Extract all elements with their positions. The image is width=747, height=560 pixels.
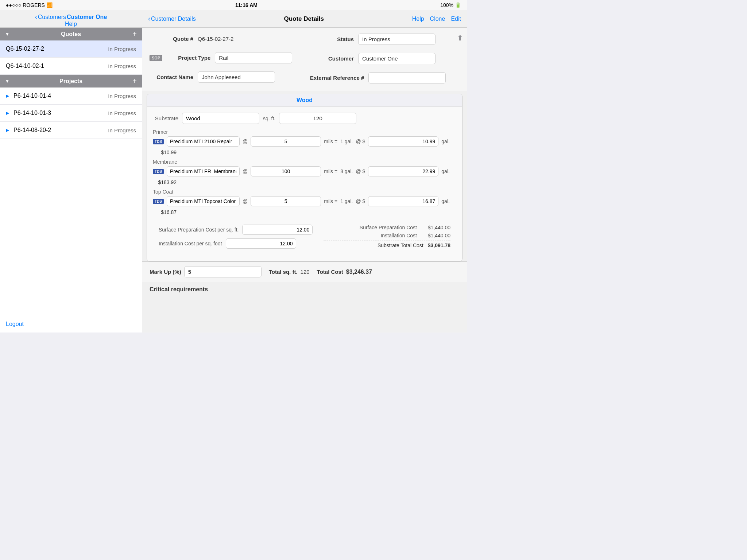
project-type-row: SOP Project Type	[150, 52, 299, 63]
share-icon[interactable]: ⬆	[457, 34, 463, 42]
customer-row: Customer	[310, 53, 460, 64]
right-help-button[interactable]: Help	[412, 16, 424, 22]
status-bar: ●●○○○ ROGERS 📶 11:16 AM 100% 🔋	[0, 0, 467, 10]
cost-divider	[324, 241, 450, 241]
projects-triangle-icon: ▼	[5, 79, 9, 84]
customer-details-back-button[interactable]: ‹ Customer Details	[148, 15, 196, 23]
surface-prep-total-row: Surface Preparation Cost $1,440.00	[324, 225, 450, 230]
primer-mils-unit: mils =	[324, 139, 337, 144]
topcoat-tds-badge[interactable]: TDS	[153, 199, 164, 204]
topcoat-ats-label: @ $	[356, 198, 365, 204]
contact-name-input[interactable]	[198, 71, 275, 83]
sop-badge: SOP	[150, 55, 162, 61]
battery-icon: 🔋	[455, 2, 461, 8]
left-help-button[interactable]: Help	[65, 21, 77, 27]
install-cost-input[interactable]	[226, 238, 296, 249]
customer-input[interactable]	[358, 53, 436, 64]
add-project-button[interactable]: +	[132, 77, 137, 85]
quote-num-label: Quote #	[150, 36, 193, 42]
total-sqft-value: 120	[301, 269, 310, 275]
quote-status-1: In Progress	[108, 63, 136, 69]
topcoat-mils-unit: mils =	[324, 198, 337, 204]
quote-item-0[interactable]: Q6-15-02-27-2 In Progress	[0, 40, 142, 58]
quote-status-0: In Progress	[108, 46, 136, 52]
topcoat-price-input[interactable]	[368, 196, 438, 206]
quote-num-row: Quote # Q6-15-02-27-2	[150, 34, 299, 44]
wood-content: Substrate sq. ft. Primer TDS @ mils = 1 …	[147, 107, 462, 261]
quote-form: Quote # Q6-15-02-27-2 SOP Project Type C…	[142, 28, 467, 91]
critical-section: Critical requirements	[142, 282, 467, 297]
substrate-total-label: Substrate Total Cost	[378, 242, 423, 248]
substrate-label: Substrate	[153, 115, 178, 121]
primer-tds-badge[interactable]: TDS	[153, 139, 164, 144]
primer-total: $10.99	[153, 149, 177, 155]
topcoat-gal-text: 1 gal.	[340, 198, 353, 204]
left-nav-bar: ‹ Customers Customer One Help	[0, 10, 142, 28]
project-item-1[interactable]: ▶ P6-14-10-01-3 In Progress	[0, 105, 142, 122]
topcoat-at-sign: @	[243, 198, 248, 204]
customer-details-back-label[interactable]: Customer Details	[151, 16, 196, 22]
ext-ref-input[interactable]	[368, 72, 446, 83]
sqft-input[interactable]	[279, 113, 356, 124]
quotes-triangle-icon: ▼	[5, 32, 9, 37]
carrier-text: ●●○○○ ROGERS	[6, 2, 45, 8]
substrate-container: Wood Substrate sq. ft. Primer TDS @ m	[147, 94, 462, 261]
topcoat-row: TDS @ mils = 1 gal. @ $ gal. $16.87	[153, 196, 456, 215]
membrane-tds-badge[interactable]: TDS	[153, 169, 164, 174]
quote-id-0: Q6-15-02-27-2	[6, 46, 44, 52]
project-play-icon-1: ▶	[6, 110, 9, 116]
sqft-unit-label: sq. ft.	[263, 116, 275, 121]
right-panel: ‹ Customer Details Quote Details Help Cl…	[142, 10, 467, 332]
edit-button[interactable]: Edit	[451, 16, 461, 22]
app-body: ‹ Customers Customer One Help ▼ Quotes +…	[0, 10, 467, 332]
primer-product-input[interactable]	[167, 136, 240, 147]
status-input[interactable]	[358, 34, 436, 45]
topcoat-product-input[interactable]	[167, 196, 240, 206]
cost-right: Surface Preparation Cost $1,440.00 Insta…	[324, 225, 450, 250]
total-cost-value: $3,246.37	[346, 269, 372, 275]
topcoat-label: Top Coat	[153, 189, 456, 195]
logout-button[interactable]: Logout	[0, 316, 142, 332]
primer-label: Primer	[153, 129, 456, 135]
status-time: 11:16 AM	[235, 2, 258, 8]
primer-mils-input[interactable]	[251, 136, 321, 147]
membrane-product-input[interactable]	[167, 166, 240, 176]
surface-prep-total-val: $1,440.00	[421, 225, 450, 230]
projects-section-label: Projects	[59, 78, 82, 85]
customer-name-nav: Customer One	[67, 14, 107, 20]
topcoat-mils-input[interactable]	[251, 196, 321, 206]
surface-prep-cost-label: Surface Preparation Cost per sq. ft.	[159, 227, 239, 233]
project-type-input[interactable]	[215, 52, 292, 63]
add-quote-button[interactable]: +	[132, 30, 137, 38]
project-id-1: P6-14-10-01-3	[13, 110, 51, 116]
customers-back-button[interactable]: ‹ Customers Customer One	[35, 13, 107, 21]
quote-item-1[interactable]: Q6-14-10-02-1 In Progress	[0, 58, 142, 75]
membrane-total: $183.92	[153, 179, 177, 185]
markup-input[interactable]	[184, 266, 262, 277]
surface-prep-cost-row: Surface Preparation Cost per sq. ft.	[159, 225, 313, 235]
project-item-0[interactable]: ▶ P6-14-10-01-4 In Progress	[0, 88, 142, 105]
projects-section-header: ▼ Projects +	[0, 75, 142, 88]
bottom-bar: Mark Up (%) Total sq. ft. 120 Total Cost…	[142, 261, 467, 282]
project-item-2[interactable]: ▶ P6-14-08-20-2 In Progress	[0, 122, 142, 139]
project-play-icon-0: ▶	[6, 93, 9, 98]
customers-back-label[interactable]: Customers	[38, 14, 66, 20]
install-cost-row: Installation Cost per sq. foot	[159, 238, 313, 249]
primer-price-input[interactable]	[368, 136, 438, 147]
critical-label: Critical requirements	[150, 286, 208, 292]
substrate-input[interactable]	[182, 113, 259, 124]
project-status-2: In Progress	[108, 127, 136, 133]
ext-ref-label: External Reference #	[310, 75, 364, 81]
membrane-mils-input[interactable]	[251, 166, 321, 176]
surface-prep-cost-input[interactable]	[242, 225, 313, 235]
right-nav-bar: ‹ Customer Details Quote Details Help Cl…	[142, 10, 467, 28]
membrane-price-input[interactable]	[368, 166, 438, 176]
primer-at-sign: @	[243, 139, 248, 144]
substrate-total-row: Substrate Total Cost $3,091.78	[324, 242, 450, 248]
membrane-gal-text: 8 gal.	[340, 168, 353, 174]
clone-button[interactable]: Clone	[430, 16, 445, 22]
markup-label: Mark Up (%)	[150, 269, 181, 275]
back-chevron-icon: ‹	[35, 13, 37, 21]
project-type-label: Project Type	[167, 55, 210, 61]
membrane-gal-unit: gal.	[441, 168, 450, 174]
